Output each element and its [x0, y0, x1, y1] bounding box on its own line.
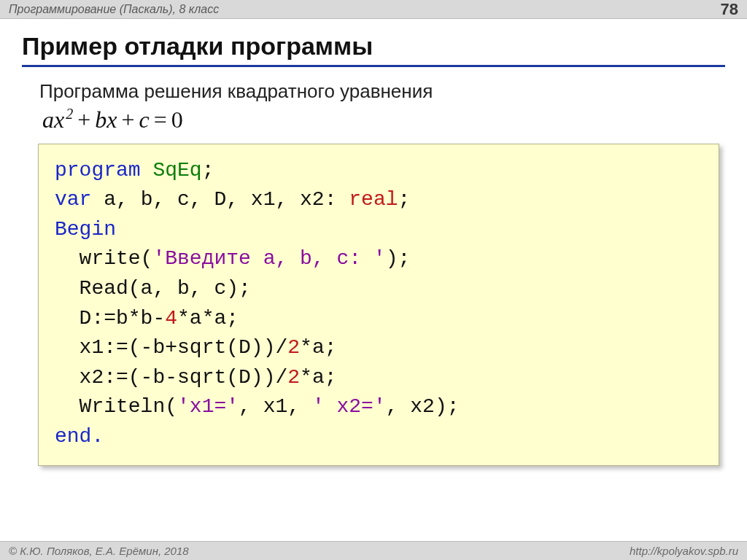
footer-authors: © К.Ю. Поляков, Е.А. Ерёмин, 2018	[9, 545, 189, 557]
code-block: program SqEq; var a, b, c, D, x1, x2: re…	[38, 144, 719, 466]
slide-content: Пример отладки программы Программа решен…	[0, 19, 747, 466]
semi2: ;	[398, 188, 411, 211]
kw-end: end.	[55, 425, 104, 448]
code-l3a: D:=b*b-	[55, 307, 165, 330]
slide-subtitle: Программа решения квадратного уравнения	[39, 80, 725, 103]
header-bar: Программирование (Паскаль), 8 класс 78	[0, 0, 747, 19]
code-num2a: 2	[287, 336, 300, 359]
var-decl: a, b, c, D, x1, x2:	[91, 188, 349, 211]
code-l2: Read(a, b, c);	[55, 277, 251, 300]
kw-var: var	[55, 188, 91, 211]
eq-eq: =	[154, 106, 167, 133]
eq-plus1: +	[77, 106, 90, 133]
kw-real: real	[349, 188, 398, 211]
equation: ax2+bx+c=0	[42, 106, 725, 133]
code-num4: 4	[165, 307, 177, 330]
code-l6a: Writeln(	[55, 395, 177, 418]
code-num2b: 2	[287, 366, 300, 389]
footer-bar: © К.Ю. Поляков, Е.А. Ерёмин, 2018 http:/…	[0, 541, 747, 560]
header-title: Программирование (Паскаль), 8 класс	[9, 3, 219, 16]
code-l6c: , x2);	[386, 395, 460, 418]
code-l1a: write(	[55, 247, 152, 270]
prog-name: SqEq	[152, 159, 201, 182]
eq-zero: 0	[171, 106, 183, 133]
code-str2: 'x1='	[177, 395, 239, 418]
kw-program: program	[55, 159, 141, 182]
eq-a: a	[42, 106, 54, 133]
code-l4b: *a;	[300, 336, 336, 359]
semi1: ;	[202, 159, 214, 182]
eq-plus2: +	[121, 106, 134, 133]
eq-sup2: 2	[66, 106, 73, 122]
code-l6b: , x1,	[239, 395, 312, 418]
code-str3: ' x2='	[312, 395, 386, 418]
eq-x2: x	[107, 106, 117, 133]
slide-title: Пример отладки программы	[22, 32, 725, 67]
eq-c: c	[139, 106, 150, 133]
code-str1: 'Введите a, b, c: '	[152, 247, 385, 270]
eq-b: b	[95, 106, 107, 133]
code-l4a: x1:=(-b+sqrt(D))/	[55, 336, 287, 359]
code-l1b: );	[386, 247, 411, 270]
footer-url: http://kpolyakov.spb.ru	[630, 545, 738, 557]
eq-x: x	[54, 106, 64, 133]
page-number: 78	[721, 0, 738, 19]
code-l5a: x2:=(-b-sqrt(D))/	[55, 366, 287, 389]
code-l3b: *a*a;	[177, 307, 239, 330]
kw-begin: Begin	[55, 218, 116, 241]
code-l5b: *a;	[300, 366, 336, 389]
